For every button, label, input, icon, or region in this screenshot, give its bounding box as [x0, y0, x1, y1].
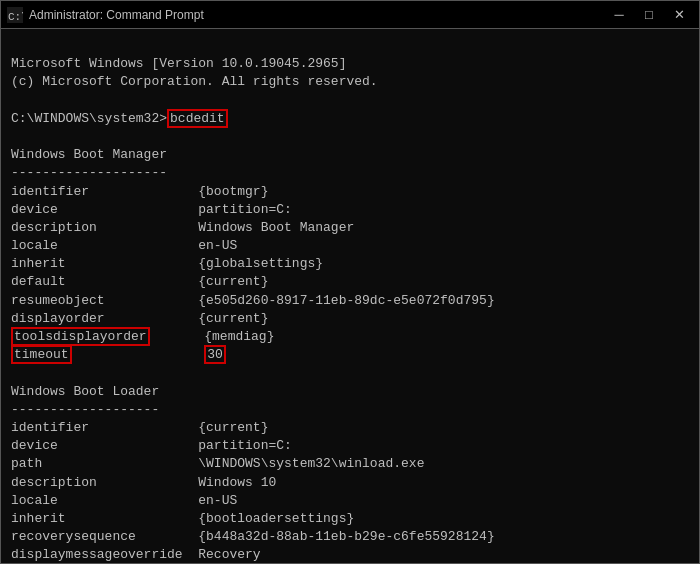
line-17: ------------------- — [11, 402, 159, 417]
line-18: identifier {current} — [11, 420, 268, 435]
line-25: displaymessageoverride Recovery — [11, 547, 261, 562]
line-11: default {current} — [11, 274, 268, 289]
titlebar-left: C:\ Administrator: Command Prompt — [7, 7, 204, 23]
maximize-button[interactable]: □ — [635, 5, 663, 25]
line-8: description Windows Boot Manager — [11, 220, 354, 235]
line-15: timeout 30 — [11, 345, 226, 364]
line-10: inherit {globalsettings} — [11, 256, 323, 271]
line-19: device partition=C: — [11, 438, 292, 453]
svg-text:C:\: C:\ — [8, 11, 23, 23]
line-7: device partition=C: — [11, 202, 292, 217]
line-2: (c) Microsoft Corporation. All rights re… — [11, 74, 378, 89]
timeout-label: timeout — [11, 345, 72, 364]
line-22: locale en-US — [11, 493, 237, 508]
line-20: path \WINDOWS\system32\winload.exe — [11, 456, 424, 471]
line-12: resumeobject {e505d260-8917-11eb-89dc-e5… — [11, 293, 495, 308]
line-3: C:\WINDOWS\system32>bcdedit — [11, 109, 228, 128]
line-23: inherit {bootloadersettings} — [11, 511, 354, 526]
line-24: recoverysequence {b448a32d-88ab-11eb-b29… — [11, 529, 495, 544]
line-4: Windows Boot Manager — [11, 147, 167, 162]
line-13: displayorder {current} — [11, 311, 268, 326]
line-16: Windows Boot Loader — [11, 384, 159, 399]
terminal-window[interactable]: Microsoft Windows [Version 10.0.19045.29… — [0, 28, 700, 564]
line-1: Microsoft Windows [Version 10.0.19045.29… — [11, 56, 346, 71]
titlebar: C:\ Administrator: Command Prompt ─ □ ✕ — [0, 0, 700, 28]
titlebar-title: Administrator: Command Prompt — [29, 8, 204, 22]
line-9: locale en-US — [11, 238, 237, 253]
line-6: identifier {bootmgr} — [11, 184, 268, 199]
bcdedit-command: bcdedit — [167, 109, 228, 128]
line-5: -------------------- — [11, 165, 167, 180]
line-21: description Windows 10 — [11, 475, 276, 490]
cmd-icon: C:\ — [7, 7, 23, 23]
toolsdisplayorder-label: toolsdisplayorder — [11, 327, 150, 346]
line-14: toolsdisplayorder {memdiag} — [11, 327, 274, 346]
minimize-button[interactable]: ─ — [605, 5, 633, 25]
titlebar-buttons: ─ □ ✕ — [605, 5, 693, 25]
close-button[interactable]: ✕ — [665, 5, 693, 25]
timeout-value: 30 — [204, 345, 226, 364]
